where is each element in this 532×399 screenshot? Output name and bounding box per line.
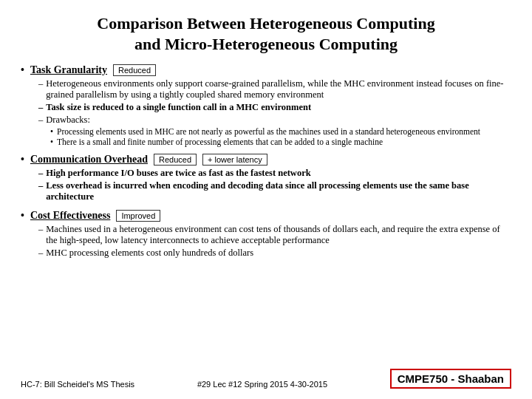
badge-task: Reduced bbox=[113, 64, 156, 76]
badge-cost: Improved bbox=[116, 210, 160, 222]
dash-cost-2: – MHC processing elements cost only hund… bbox=[38, 248, 511, 259]
section-label-comm: Communication Overhead bbox=[30, 154, 148, 166]
section-label-cost: Cost Effectiveness bbox=[30, 210, 110, 222]
section-task-granularity: • Task Granularity Reduced – Heterogeneo… bbox=[21, 64, 511, 148]
section-header-cost: • Cost Effectiveness Improved bbox=[21, 210, 511, 222]
slide-title: Comparison Between Heterogeneous Computi… bbox=[21, 13, 511, 54]
dash-cost-1: – Machines used in a heterogeneous envir… bbox=[38, 224, 511, 246]
section-label-task: Task Granularity bbox=[30, 64, 107, 76]
bullet-task: • bbox=[21, 64, 24, 76]
footer-center: #29 Lec #12 Spring 2015 4-30-2015 bbox=[197, 380, 327, 389]
badge-latency: + lower latency bbox=[202, 154, 267, 166]
main-content: • Task Granularity Reduced – Heterogeneo… bbox=[21, 64, 511, 364]
badge-comm: Reduced bbox=[154, 154, 197, 166]
sub-bullet-task-1: • Processing elements used in MHC are no… bbox=[50, 127, 511, 136]
footer-left: HC-7: Bill Scheidel's MS Thesis bbox=[21, 380, 134, 389]
dash-comm-2: – Less overhead is incurred when encodin… bbox=[38, 180, 511, 202]
footer: HC-7: Bill Scheidel's MS Thesis #29 Lec … bbox=[21, 369, 511, 389]
bullet-cost: • bbox=[21, 210, 24, 222]
slide: Comparison Between Heterogeneous Computi… bbox=[0, 0, 532, 399]
bullet-comm: • bbox=[21, 154, 24, 166]
section-cost: • Cost Effectiveness Improved – Machines… bbox=[21, 210, 511, 260]
sub-bullet-task-2: • There is a small and finite number of … bbox=[50, 137, 511, 146]
section-header-task: • Task Granularity Reduced bbox=[21, 64, 511, 76]
sub-bullets-task: • Processing elements used in MHC are no… bbox=[50, 127, 511, 146]
section-header-comm: • Communication Overhead Reduced + lower… bbox=[21, 154, 511, 166]
footer-right: CMPE750 - Shaaban bbox=[390, 369, 511, 389]
section-communication: • Communication Overhead Reduced + lower… bbox=[21, 154, 511, 204]
dash-task-3: – Drawbacks: bbox=[38, 115, 511, 126]
dash-task-1: – Heterogeneous environments only suppor… bbox=[38, 78, 511, 100]
dash-comm-1: – High performance I/O buses are twice a… bbox=[38, 168, 511, 179]
dash-task-2: – Task size is reduced to a single funct… bbox=[38, 102, 511, 113]
